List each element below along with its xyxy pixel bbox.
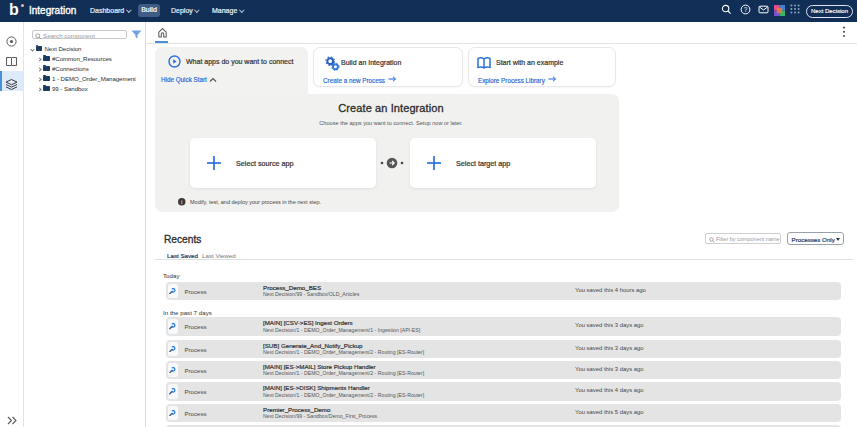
- svg-text:?: ?: [744, 6, 748, 13]
